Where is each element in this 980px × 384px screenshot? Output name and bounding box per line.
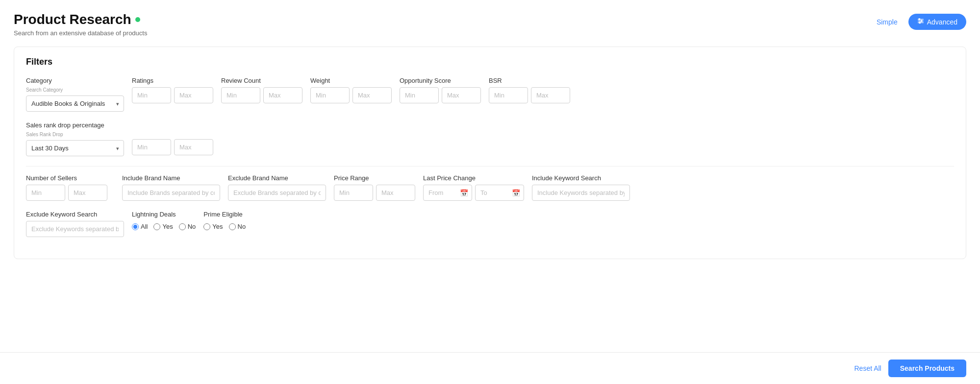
prime-no-text: No — [238, 223, 246, 230]
from-date-input[interactable] — [423, 185, 472, 201]
advanced-button[interactable]: Advanced — [908, 14, 966, 30]
exclude-keyword-input[interactable] — [26, 221, 124, 237]
sales-rank-drop-group: Sales rank drop percentage Sales Rank Dr… — [26, 121, 124, 156]
exclude-keyword-label: Exclude Keyword Search — [26, 211, 124, 218]
sales-rank-drop-minmax-group — [132, 121, 213, 155]
bsr-group: BSR — [489, 77, 570, 103]
review-count-min-max — [221, 87, 302, 103]
prime-no-label[interactable]: No — [229, 223, 246, 230]
top-right-buttons: Simple Advanced — [871, 14, 966, 30]
sales-rank-drop-min-max — [132, 139, 213, 155]
opportunity-score-min-max — [400, 87, 481, 103]
opportunity-score-group: Opportunity Score — [400, 77, 481, 103]
prime-yes-radio[interactable] — [203, 223, 210, 230]
page-title: Product Research — [14, 12, 131, 27]
advanced-button-label: Advanced — [927, 18, 957, 26]
sales-rank-drop-select-wrapper[interactable]: Last 30 Days Last 60 Days Last 90 Days ▾ — [26, 140, 124, 156]
exclude-brand-input[interactable] — [228, 185, 326, 201]
lightning-deals-label: Lightning Deals — [132, 211, 196, 218]
filter-row-3: Number of Sellers Include Brand Name Exc… — [26, 174, 954, 201]
include-keyword-label: Include Keyword Search — [532, 174, 630, 182]
sales-rank-drop-max-input[interactable] — [174, 139, 213, 155]
filters-section: Filters Category Search Category Audible… — [14, 47, 966, 259]
lightning-deals-radio-group: All Yes No — [132, 223, 196, 230]
weight-min-max — [310, 87, 392, 103]
svg-point-3 — [918, 19, 920, 21]
filters-title: Filters — [26, 57, 954, 67]
weight-min-input[interactable] — [310, 87, 350, 103]
simple-button[interactable]: Simple — [871, 15, 904, 29]
review-count-max-input[interactable] — [263, 87, 302, 103]
category-select[interactable]: Audible Books & Originals Books Electron… — [26, 96, 124, 112]
exclude-keyword-group: Exclude Keyword Search — [26, 211, 124, 237]
filter-row-2: Sales rank drop percentage Sales Rank Dr… — [26, 121, 954, 156]
include-keyword-group: Include Keyword Search — [532, 174, 630, 201]
include-brand-group: Include Brand Name — [122, 174, 220, 201]
svg-point-5 — [919, 22, 921, 24]
bsr-max-input[interactable] — [531, 87, 570, 103]
weight-label: Weight — [310, 77, 392, 84]
weight-group: Weight — [310, 77, 392, 103]
price-max-input[interactable] — [376, 185, 415, 201]
from-date-wrapper: 📅 — [423, 185, 472, 201]
price-range-min-max — [334, 185, 415, 201]
opportunity-score-label: Opportunity Score — [400, 77, 481, 84]
sliders-icon — [917, 18, 924, 26]
to-date-input[interactable] — [475, 185, 524, 201]
include-keyword-input[interactable] — [532, 185, 630, 201]
ratings-label: Ratings — [132, 77, 213, 84]
lightning-deals-all-radio[interactable] — [132, 223, 139, 230]
search-products-button[interactable]: Search Products — [888, 360, 966, 377]
filter-row-4: Exclude Keyword Search Lightning Deals A… — [26, 211, 954, 237]
ratings-group: Ratings — [132, 77, 213, 103]
last-price-change-group: Last Price Change 📅 📅 — [423, 174, 524, 201]
price-range-label: Price Range — [334, 174, 415, 182]
sales-rank-drop-min-input[interactable] — [132, 139, 171, 155]
sales-rank-drop-select[interactable]: Last 30 Days Last 60 Days Last 90 Days — [26, 140, 124, 156]
ratings-max-input[interactable] — [174, 87, 213, 103]
reset-all-button[interactable]: Reset All — [854, 364, 881, 372]
prime-eligible-radio-group: Yes No — [203, 223, 246, 230]
exclude-brand-group: Exclude Brand Name — [228, 174, 326, 201]
sales-rank-drop-label: Sales rank drop percentage — [26, 121, 124, 129]
price-min-input[interactable] — [334, 185, 373, 201]
include-brand-label: Include Brand Name — [122, 174, 220, 182]
page-subtitle: Search from an extensive database of pro… — [14, 29, 966, 37]
bottom-actions: Reset All Search Products — [0, 352, 980, 384]
number-of-sellers-label: Number of Sellers — [26, 174, 114, 182]
opportunity-score-min-input[interactable] — [400, 87, 439, 103]
review-count-min-input[interactable] — [221, 87, 260, 103]
ratings-min-input[interactable] — [132, 87, 171, 103]
review-count-group: Review Count — [221, 77, 302, 103]
sellers-min-input[interactable] — [26, 185, 65, 201]
category-label: Category — [26, 77, 124, 84]
filter-row-1: Category Search Category Audible Books &… — [26, 77, 954, 112]
price-range-group: Price Range — [334, 174, 415, 201]
to-date-wrapper: 📅 — [475, 185, 524, 201]
include-brand-input[interactable] — [122, 185, 220, 201]
lightning-deals-yes-text: Yes — [162, 223, 173, 230]
prime-eligible-group: Prime Eligible Yes No — [203, 211, 246, 230]
weight-max-input[interactable] — [352, 87, 392, 103]
sales-rank-drop-sublabel: Sales Rank Drop — [26, 132, 124, 137]
lightning-deals-yes-radio[interactable] — [153, 223, 160, 230]
ratings-min-max — [132, 87, 213, 103]
lightning-deals-all-text: All — [141, 223, 148, 230]
opportunity-score-max-input[interactable] — [442, 87, 481, 103]
prime-yes-label[interactable]: Yes — [203, 223, 223, 230]
lightning-deals-no-text: No — [188, 223, 196, 230]
category-group: Category Search Category Audible Books &… — [26, 77, 124, 112]
lightning-deals-no-radio[interactable] — [179, 223, 186, 230]
number-of-sellers-min-max — [26, 185, 114, 201]
number-of-sellers-group: Number of Sellers — [26, 174, 114, 201]
prime-no-radio[interactable] — [229, 223, 236, 230]
page-wrapper: Product Research Search from an extensiv… — [0, 0, 980, 384]
lightning-deals-no-label[interactable]: No — [179, 223, 196, 230]
filter-divider — [26, 166, 954, 167]
exclude-brand-label: Exclude Brand Name — [228, 174, 326, 182]
lightning-deals-yes-label[interactable]: Yes — [153, 223, 173, 230]
lightning-deals-all-label[interactable]: All — [132, 223, 148, 230]
bsr-min-input[interactable] — [489, 87, 528, 103]
category-select-wrapper[interactable]: Audible Books & Originals Books Electron… — [26, 96, 124, 112]
sellers-max-input[interactable] — [68, 185, 107, 201]
